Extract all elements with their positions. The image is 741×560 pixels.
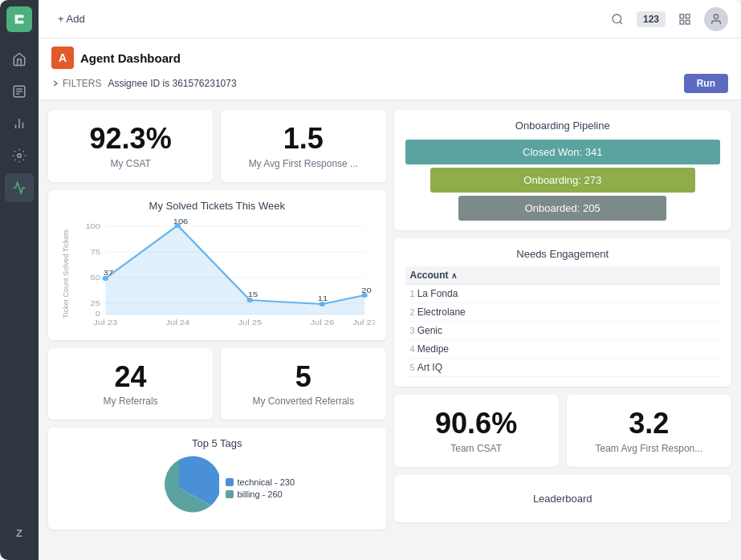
grid-button[interactable]	[672, 6, 698, 32]
first-response-label: My Avg First Response ...	[232, 158, 374, 169]
table-row: 2 Electrolane	[405, 303, 721, 322]
svg-point-32	[175, 223, 181, 228]
left-column: 92.3% My CSAT 1.5 My Avg First Response …	[48, 110, 386, 530]
pipeline-bars: Closed Won: 341 Onboarding: 273 Onboarde…	[405, 140, 721, 221]
tag-technical: technical - 230	[226, 477, 295, 487]
svg-text:Jul 27: Jul 27	[352, 319, 374, 327]
first-response-value: 1.5	[232, 123, 374, 155]
pipeline-bar-closed-won: Closed Won: 341	[405, 140, 721, 164]
team-first-response-label: Team Avg First Respon...	[578, 443, 720, 454]
svg-text:Jul 24: Jul 24	[165, 319, 189, 327]
svg-line-9	[620, 22, 622, 24]
team-first-response-value: 3.2	[578, 408, 720, 440]
table-row: 5 Art IQ	[405, 359, 721, 377]
run-button[interactable]: Run	[684, 74, 728, 93]
sidebar-item-tickets[interactable]	[5, 77, 34, 106]
team-metrics: 90.6% Team CSAT 3.2 Team Avg First Respo…	[394, 395, 732, 467]
table-row: 4 Medipe	[405, 340, 721, 359]
svg-point-14	[714, 14, 718, 18]
first-response-metric: 1.5 My Avg First Response ...	[221, 110, 385, 182]
svg-text:Jul 26: Jul 26	[310, 319, 334, 327]
needs-engagement-card: Needs Engagement Account ∧	[394, 238, 732, 387]
my-converted-referrals-value: 5	[232, 361, 374, 393]
right-column: Onboarding Pipeline Closed Won: 341 Onbo…	[394, 110, 732, 530]
svg-text:100: 100	[85, 222, 100, 230]
svg-text:75: 75	[91, 248, 101, 256]
account-column-header[interactable]: Account ∧	[405, 266, 721, 285]
sidebar-item-analytics[interactable]	[5, 173, 34, 202]
main-area: + Add 123 A	[39, 0, 741, 560]
svg-rect-10	[680, 14, 684, 18]
topnav: + Add 123	[39, 0, 741, 39]
sidebar-item-home[interactable]	[5, 45, 34, 74]
main-grid: 92.3% My CSAT 1.5 My Avg First Response …	[39, 100, 741, 539]
avatar[interactable]	[704, 7, 728, 31]
svg-rect-11	[686, 14, 690, 18]
tags-title: Top 5 Tags	[59, 437, 375, 449]
chart-title: My Solved Tickets This Week	[59, 200, 375, 212]
table-row: 3 Genic	[405, 322, 721, 340]
search-button[interactable]	[605, 6, 630, 32]
svg-text:50: 50	[91, 274, 101, 282]
onboarding-pipeline-card: Onboarding Pipeline Closed Won: 341 Onbo…	[394, 110, 732, 230]
sidebar: Z	[0, 0, 39, 560]
my-converted-referrals-metric: 5 My Converted Referrals	[221, 348, 385, 420]
referrals-metrics: 24 My Referrals 5 My Converted Referrals	[48, 348, 386, 420]
sidebar-item-zendesk[interactable]: Z	[5, 518, 34, 547]
filters-label-text: FILTERS	[63, 78, 101, 89]
svg-text:37: 37	[104, 269, 114, 277]
tags-pie-chart	[139, 456, 219, 520]
chevron-right-icon	[51, 79, 59, 87]
filters-toggle[interactable]: FILTERS	[51, 78, 101, 89]
add-button[interactable]: + Add	[51, 10, 92, 28]
pipeline-title: Onboarding Pipeline	[405, 120, 721, 132]
engagement-title: Needs Engagement	[405, 248, 721, 260]
svg-rect-13	[686, 20, 690, 24]
my-referrals-value: 24	[59, 361, 202, 393]
chart-svg: 100 75 50 25 0 37	[75, 218, 375, 331]
engagement-table: Account ∧ 1 La Fonda 2 Electrolane	[405, 266, 721, 377]
svg-text:20: 20	[361, 286, 372, 294]
team-csat-value: 90.6%	[405, 408, 548, 440]
svg-text:11: 11	[318, 294, 328, 302]
sidebar-bottom: Z	[5, 518, 34, 554]
tag-billing: billing - 260	[226, 489, 295, 499]
team-csat-label: Team CSAT	[405, 443, 548, 454]
dashboard-icon: A	[51, 47, 74, 69]
csat-label: My CSAT	[59, 158, 202, 169]
svg-text:0: 0	[96, 310, 101, 318]
svg-text:Jul 25: Jul 25	[238, 319, 262, 327]
svg-point-31	[103, 276, 108, 281]
csat-value: 92.3%	[59, 123, 202, 155]
svg-rect-12	[680, 20, 684, 24]
leaderboard-title: Leaderboard	[405, 486, 721, 511]
dashboard-header: A Agent Dashboard FILTERS Assignee ID is…	[39, 39, 741, 100]
svg-point-34	[320, 302, 325, 306]
sort-icon: ∧	[451, 271, 457, 280]
tag-technical-label: technical - 230	[237, 477, 295, 487]
svg-point-35	[361, 293, 367, 298]
add-label: + Add	[58, 13, 85, 25]
my-referrals-metric: 24 My Referrals	[48, 348, 213, 420]
svg-text:15: 15	[248, 290, 259, 298]
team-csat-metric: 90.6% Team CSAT	[394, 395, 559, 467]
svg-text:Jul 23: Jul 23	[93, 319, 117, 327]
sidebar-logo	[6, 6, 32, 32]
solved-tickets-chart: My Solved Tickets This Week Ticket Count…	[48, 190, 386, 340]
svg-point-8	[613, 14, 621, 23]
svg-text:25: 25	[91, 299, 101, 307]
sidebar-item-settings[interactable]	[5, 141, 34, 170]
my-converted-referrals-label: My Converted Referrals	[232, 396, 374, 407]
csat-metric: 92.3% My CSAT	[48, 110, 213, 182]
pipeline-bar-onboarding: Onboarding: 273	[430, 168, 695, 193]
tags-chart: technical - 230 billing - 260	[59, 456, 375, 520]
tags-card: Top 5 Tags technical - 230	[48, 428, 386, 530]
dashboard-title: Agent Dashboard	[80, 51, 181, 65]
nav-badge[interactable]: 123	[637, 11, 666, 27]
table-row: 1 La Fonda	[405, 285, 721, 303]
svg-point-7	[18, 154, 22, 158]
chart-y-label: Ticket Count Solved Tickets	[62, 229, 70, 319]
top-metrics: 92.3% My CSAT 1.5 My Avg First Response …	[48, 110, 386, 182]
sidebar-item-reports[interactable]	[5, 109, 34, 138]
leaderboard-card: Leaderboard	[394, 475, 732, 522]
